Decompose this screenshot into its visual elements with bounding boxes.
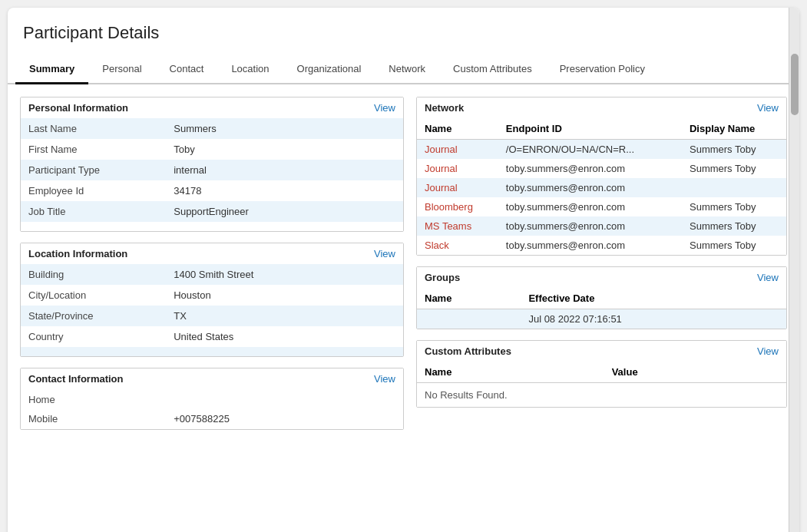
network-row-name: Slack (417, 236, 498, 255)
network-row-name: Journal (417, 178, 498, 197)
groups-table: Name Effective Date Jul 08 2022 07:16:51 (417, 288, 786, 329)
groups-table-header-row: Name Effective Date (417, 288, 786, 309)
ca-col-name: Name (417, 362, 604, 383)
label-city: City/Location (21, 285, 166, 306)
page-title: Participant Details (8, 23, 799, 55)
value-last-name: Summers (166, 118, 403, 139)
tab-organizational[interactable]: Organizational (283, 55, 375, 84)
groups-col-date: Effective Date (521, 288, 786, 309)
personal-info-table: Last Name Summers First Name Toby Partic… (21, 118, 403, 231)
label-last-name: Last Name (21, 118, 166, 139)
contact-info-title: Contact Information (28, 373, 124, 385)
tab-summary[interactable]: Summary (15, 55, 88, 84)
table-row: Last Name Summers (21, 118, 403, 139)
network-table: Name Endpoint ID Display Name Journal/O=… (417, 118, 786, 255)
network-view-link[interactable]: View (757, 102, 779, 114)
network-row-display: Summers Toby (682, 216, 786, 236)
network-section: Network View Name Endpoint ID Display Na… (416, 97, 787, 256)
personal-info-view-link[interactable]: View (374, 102, 395, 114)
contact-category-row: Home (21, 389, 403, 408)
network-col-endpoint: Endpoint ID (498, 118, 682, 140)
network-row-name: Bloomberg (417, 197, 498, 216)
network-row-display: Summers Toby (682, 197, 786, 216)
table-row: Journal/O=ENRON/OU=NA/CN=R...Summers Tob… (417, 140, 786, 160)
network-row-endpoint: toby.summers@enron.com (498, 197, 682, 216)
custom-attributes-title: Custom Attributes (425, 345, 511, 357)
label-job-title: Job Title (21, 201, 166, 222)
tab-personal[interactable]: Personal (88, 55, 155, 84)
custom-attributes-table: Name Value No Results Found. (417, 362, 786, 407)
table-row: Slacktoby.summers@enron.comSummers Toby (417, 236, 786, 255)
network-header: Network View (417, 97, 786, 118)
ca-no-results: No Results Found. (417, 383, 786, 408)
page-container: Participant Details Summary Personal Con… (8, 8, 799, 532)
location-info-section: Location Information View Building 1400 … (20, 243, 404, 357)
table-row: Job Title SupportEngineer (21, 201, 403, 222)
left-panel: Personal Information View Last Name Summ… (20, 97, 404, 441)
personal-info-section: Personal Information View Last Name Summ… (20, 97, 404, 232)
table-row: MS Teamstoby.summers@enron.comSummers To… (417, 216, 786, 236)
network-row-name: MS Teams (417, 216, 498, 236)
custom-attributes-view-link[interactable]: View (757, 345, 779, 357)
value-participant-type: internal (166, 160, 403, 180)
location-info-table: Building 1400 Smith Street City/Location… (21, 264, 403, 356)
value-employee-id: 34178 (166, 180, 403, 201)
label-country: Country (21, 326, 166, 347)
tab-contact[interactable]: Contact (156, 55, 218, 84)
table-row: Country United States (21, 326, 403, 347)
table-row: Employee Id 34178 (21, 180, 403, 201)
location-info-view-link[interactable]: View (374, 248, 395, 259)
value-mobile: +007588225 (166, 408, 403, 429)
table-row: City/Location Houston (21, 285, 403, 306)
label-state: State/Province (21, 306, 166, 326)
location-info-header: Location Information View (21, 243, 403, 264)
network-row-endpoint: toby.summers@enron.com (498, 236, 682, 255)
personal-info-header: Personal Information View (21, 97, 403, 118)
scrollbar-thumb[interactable] (791, 54, 799, 115)
tab-location[interactable]: Location (217, 55, 283, 84)
network-row-name: Journal (417, 159, 498, 178)
table-row: First Name Toby (21, 139, 403, 160)
network-col-name: Name (417, 118, 498, 140)
value-country: United States (166, 326, 403, 347)
value-job-title: SupportEngineer (166, 201, 403, 222)
network-row-name: Journal (417, 140, 498, 160)
table-row: State/Province TX (21, 306, 403, 326)
network-row-endpoint: toby.summers@enron.com (498, 216, 682, 236)
contact-info-table: Home Mobile +007588225 (21, 389, 403, 429)
table-row: Participant Type internal (21, 160, 403, 180)
groups-section: Groups View Name Effective Date Jul 08 2… (416, 266, 787, 329)
contact-info-view-link[interactable]: View (374, 373, 395, 385)
table-row: No Results Found. (417, 383, 786, 408)
label-participant-type: Participant Type (21, 160, 166, 180)
ca-col-value: Value (604, 362, 786, 383)
groups-header: Groups View (417, 267, 786, 288)
table-row: Mobile +007588225 (21, 408, 403, 429)
personal-info-title: Personal Information (28, 102, 128, 114)
network-title: Network (425, 102, 464, 114)
spacer-row (21, 347, 403, 356)
groups-title: Groups (425, 272, 460, 283)
groups-view-link[interactable]: View (757, 272, 779, 283)
label-first-name: First Name (21, 139, 166, 160)
network-row-display: Summers Toby (682, 236, 786, 255)
network-row-endpoint: /O=ENRON/OU=NA/CN=R... (498, 140, 682, 160)
scrollbar[interactable] (789, 8, 799, 532)
tab-network[interactable]: Network (375, 55, 439, 84)
table-row: Building 1400 Smith Street (21, 264, 403, 285)
tabs-container: Summary Personal Contact Location Organi… (8, 55, 799, 84)
location-info-title: Location Information (28, 248, 127, 259)
table-row: Jul 08 2022 07:16:51 (417, 309, 786, 329)
value-city: Houston (166, 285, 403, 306)
tab-custom-attributes[interactable]: Custom Attributes (439, 55, 546, 84)
table-row: Journaltoby.summers@enron.com (417, 178, 786, 197)
label-mobile: Mobile (21, 408, 166, 429)
network-col-display: Display Name (682, 118, 786, 140)
tab-preservation-policy[interactable]: Preservation Policy (546, 55, 659, 84)
contact-info-section: Contact Information View Home Mobile +00… (20, 368, 404, 430)
custom-attributes-section: Custom Attributes View Name Value No Res… (416, 340, 787, 408)
right-panel: Network View Name Endpoint ID Display Na… (416, 97, 787, 441)
group-effective-date: Jul 08 2022 07:16:51 (521, 309, 786, 329)
network-row-endpoint: toby.summers@enron.com (498, 178, 682, 197)
value-state: TX (166, 306, 403, 326)
